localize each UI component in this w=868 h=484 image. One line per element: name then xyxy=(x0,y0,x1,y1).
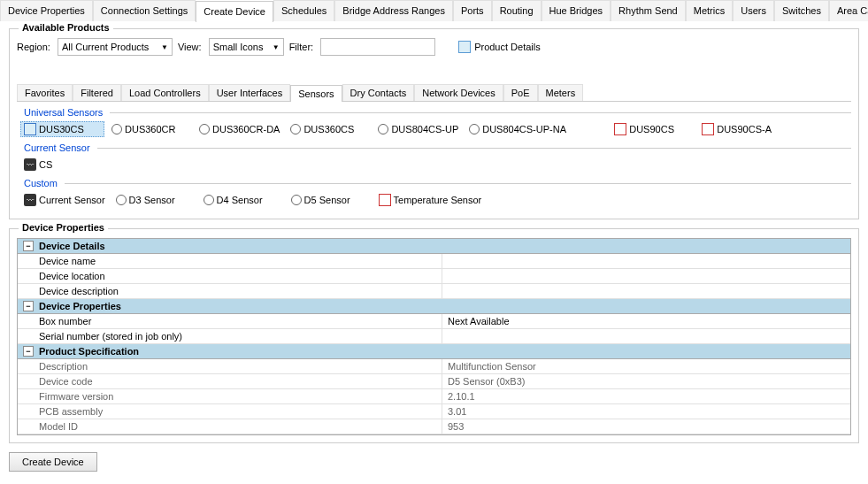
region-combo-value: All Current Products xyxy=(62,42,149,52)
product-sections: Universal SensorsDUS30CSDUS360CRDUS360CR… xyxy=(17,107,851,208)
main-tab-bridge-address-ranges[interactable]: Bridge Address Ranges xyxy=(334,0,453,21)
prop-value[interactable]: Next Available xyxy=(442,314,850,328)
category-tab-network-devices[interactable]: Network Devices xyxy=(414,84,503,101)
prop-key: Device name xyxy=(18,254,442,268)
main-tab-ports[interactable]: Ports xyxy=(453,0,492,21)
main-tab-device-properties[interactable]: Device Properties xyxy=(0,0,93,21)
details-icon xyxy=(458,41,471,53)
main-tab-create-device[interactable]: Create Device xyxy=(196,1,273,22)
region-combo[interactable]: All Current Products ▼ xyxy=(58,38,173,56)
product-icon xyxy=(702,123,714,135)
main-tab-switches[interactable]: Switches xyxy=(774,0,829,21)
main-tab-bar: Device PropertiesConnection SettingsCrea… xyxy=(0,0,868,21)
prop-value: 953 xyxy=(442,419,850,434)
prop-row[interactable]: Serial number (stored in job only) xyxy=(18,329,850,344)
collapse-icon[interactable]: − xyxy=(23,346,34,357)
prop-group-title: Device Properties xyxy=(39,301,121,311)
product-label: Temperature Sensor xyxy=(394,195,482,205)
prop-value[interactable] xyxy=(442,284,850,298)
product-item[interactable]: DUS90CS-A xyxy=(698,121,782,137)
products-toolbar: Region: All Current Products ▼ View: Sma… xyxy=(17,38,851,56)
section-items: 〰CS xyxy=(17,157,851,173)
product-icon: 〰 xyxy=(24,158,36,171)
view-label: View: xyxy=(178,42,202,52)
main-tab-routing[interactable]: Routing xyxy=(492,0,542,21)
prop-value: 2.10.1 xyxy=(442,389,850,403)
product-label: CS xyxy=(39,159,52,170)
product-item[interactable]: DUS360CS xyxy=(287,121,371,137)
prop-value: D5 Sensor (0xB3) xyxy=(442,374,850,388)
product-label: D5 Sensor xyxy=(304,195,350,205)
create-device-button[interactable]: Create Device xyxy=(9,452,97,472)
main-tab-area-cascading[interactable]: Area Cascading xyxy=(829,0,868,21)
product-icon xyxy=(111,124,122,134)
prop-value[interactable] xyxy=(442,329,850,343)
category-tab-dry-contacts[interactable]: Dry Contacts xyxy=(342,84,415,101)
product-icon xyxy=(199,124,210,134)
collapse-icon[interactable]: − xyxy=(23,241,34,251)
product-item[interactable]: Temperature Sensor xyxy=(375,192,486,208)
category-tab-favorites[interactable]: Favorites xyxy=(17,84,73,101)
product-label: DUS804CS-UP xyxy=(391,124,458,134)
main-tab-connection-settings[interactable]: Connection Settings xyxy=(93,0,196,21)
prop-row[interactable]: Box numberNext Available xyxy=(18,314,850,329)
main-tab-schedules[interactable]: Schedules xyxy=(273,0,334,21)
prop-row[interactable]: Device description xyxy=(18,284,850,299)
prop-value: 3.01 xyxy=(442,404,850,419)
product-icon xyxy=(378,124,388,134)
product-item[interactable]: D3 Sensor xyxy=(112,192,196,208)
view-combo-value: Small Icons xyxy=(213,42,264,52)
prop-key: Firmware version xyxy=(18,389,442,403)
prop-group-header[interactable]: −Product Specification xyxy=(18,344,850,359)
product-details-label: Product Details xyxy=(474,42,541,52)
category-tab-poe[interactable]: PoE xyxy=(503,84,538,101)
prop-key: Device location xyxy=(18,269,442,283)
product-item[interactable]: D5 Sensor xyxy=(288,192,372,208)
product-item[interactable]: D4 Sensor xyxy=(200,192,284,208)
view-combo[interactable]: Small Icons ▼ xyxy=(209,38,284,56)
prop-key: Model ID xyxy=(18,419,442,434)
prop-key: Device code xyxy=(18,374,442,388)
prop-group-header[interactable]: −Device Properties xyxy=(18,299,850,314)
main-tab-users[interactable]: Users xyxy=(733,0,774,21)
product-label: Current Sensor xyxy=(39,195,105,205)
main-tab-rhythm-send[interactable]: Rhythm Send xyxy=(611,0,686,21)
prop-row[interactable]: Device name xyxy=(18,254,850,269)
product-item[interactable]: DUS804CS-UP xyxy=(374,121,462,137)
product-item[interactable]: DUS90CS xyxy=(611,121,695,137)
product-label: DUS90CS xyxy=(629,124,674,134)
collapse-icon[interactable]: − xyxy=(23,301,34,311)
category-tab-filtered[interactable]: Filtered xyxy=(73,84,121,101)
product-icon xyxy=(24,123,36,135)
product-details-link[interactable]: Product Details xyxy=(458,41,541,53)
product-icon xyxy=(469,124,480,134)
category-tab-meters[interactable]: Meters xyxy=(538,84,584,101)
category-tab-user-interfaces[interactable]: User Interfaces xyxy=(209,84,291,101)
available-products-group: Available Products Region: All Current P… xyxy=(9,28,859,219)
prop-value[interactable] xyxy=(442,254,850,268)
prop-group-header[interactable]: −Device Details xyxy=(18,239,850,254)
product-item[interactable]: 〰Current Sensor xyxy=(20,192,109,208)
prop-group-title: Device Details xyxy=(39,241,105,251)
product-item[interactable]: DUS360CR-DA xyxy=(196,121,283,137)
main-tab-hue-bridges[interactable]: Hue Bridges xyxy=(542,0,611,21)
product-item[interactable]: 〰CS xyxy=(20,157,104,173)
product-label: DUS360CR-DA xyxy=(212,124,280,134)
prop-value: Multifunction Sensor xyxy=(442,359,850,373)
category-tab-sensors[interactable]: Sensors xyxy=(290,85,342,102)
filter-input[interactable] xyxy=(320,38,435,56)
product-item[interactable]: DUS360CR xyxy=(108,121,192,137)
product-category-tabs: FavoritesFilteredLoad ControllersUser In… xyxy=(17,84,851,102)
product-label: D3 Sensor xyxy=(129,195,175,205)
product-item[interactable]: DUS804CS-UP-NA xyxy=(465,121,607,137)
category-tab-load-controllers[interactable]: Load Controllers xyxy=(121,84,209,101)
product-item[interactable]: DUS30CS xyxy=(20,121,104,137)
section-items: DUS30CSDUS360CRDUS360CR-DADUS360CSDUS804… xyxy=(17,121,851,137)
product-icon: 〰 xyxy=(24,194,36,206)
prop-value[interactable] xyxy=(442,269,850,283)
prop-row[interactable]: Device location xyxy=(18,269,850,284)
chevron-down-icon: ▼ xyxy=(273,43,280,51)
section-header: Custom xyxy=(24,178,851,188)
main-tab-metrics[interactable]: Metrics xyxy=(686,0,733,21)
product-label: DUS804CS-UP-NA xyxy=(482,124,566,134)
